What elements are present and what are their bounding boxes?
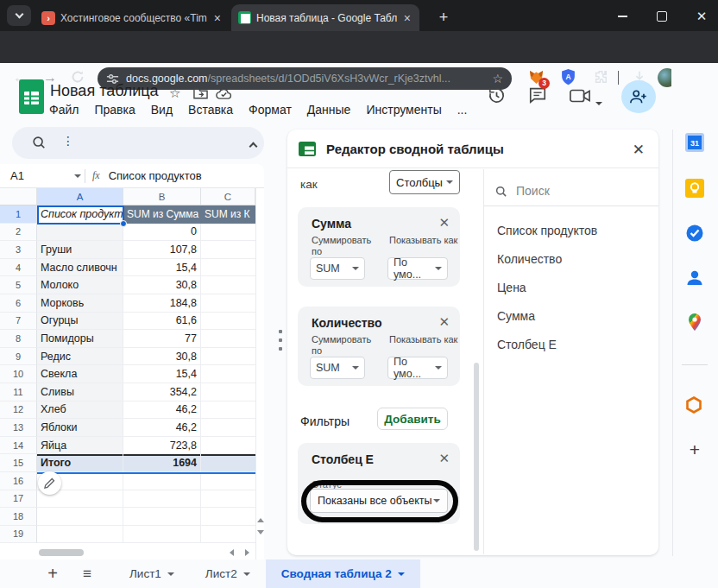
namebox-dropdown-icon[interactable] xyxy=(74,174,81,178)
new-tab-button[interactable]: + xyxy=(433,7,454,28)
cell-A6[interactable]: Морковь xyxy=(37,294,123,313)
get-addons-button[interactable]: + xyxy=(685,439,704,460)
cell-C4[interactable] xyxy=(201,259,255,277)
row-header-14[interactable]: 14 xyxy=(0,437,37,455)
row-header-11[interactable]: 11 xyxy=(0,383,37,401)
field-Цена[interactable]: Цена xyxy=(497,273,652,301)
cell-A15[interactable]: Итого xyxy=(37,454,123,472)
cell-C17[interactable] xyxy=(201,490,255,509)
extensions-puzzle-icon[interactable] xyxy=(593,69,608,85)
columns-select[interactable]: Столбцы xyxy=(389,170,460,194)
window-maximize-button[interactable] xyxy=(649,7,675,26)
contacts-icon[interactable] xyxy=(685,269,704,288)
fields-search[interactable]: Поиск xyxy=(494,181,646,200)
cell-A9[interactable]: Редис xyxy=(37,348,123,366)
cell-C12[interactable] xyxy=(201,401,255,420)
cell-C8[interactable] xyxy=(201,330,255,348)
cell-B17[interactable] xyxy=(123,490,201,509)
star-icon[interactable]: ☆ xyxy=(169,85,180,101)
cell-A14[interactable]: Яйца xyxy=(37,437,123,455)
field-Сумма[interactable]: Сумма xyxy=(497,301,652,330)
cell-C3[interactable] xyxy=(201,241,255,259)
row-header-9[interactable]: 9 xyxy=(0,348,37,366)
cell-A5[interactable]: Молоко xyxy=(37,276,123,294)
cell-B1[interactable]: SUM из Сумма xyxy=(123,205,201,224)
document-title[interactable]: Новая таблица xyxy=(50,82,159,100)
sheet-tab-dropdown-icon[interactable] xyxy=(167,572,174,576)
browser-tab-2-active[interactable]: Новая таблица - Google Табли × xyxy=(231,4,419,31)
add-filter-button[interactable]: Добавить xyxy=(377,408,448,430)
row-header-19[interactable]: 19 xyxy=(0,526,37,544)
cell-A7[interactable]: Огурцы xyxy=(37,313,123,331)
move-folder-icon[interactable] xyxy=(193,87,208,99)
cell-A13[interactable]: Яблоки xyxy=(37,419,123,437)
sheet-tab-dropdown-icon[interactable] xyxy=(398,572,405,576)
card-close-icon[interactable]: ✕ xyxy=(438,451,450,466)
formula-input[interactable]: Список продуктов xyxy=(109,169,202,182)
tab-close-icon[interactable]: × xyxy=(402,11,413,25)
cell-B13[interactable]: 46,2 xyxy=(123,419,201,437)
cell-C2[interactable] xyxy=(201,224,255,242)
row-header-16[interactable]: 16 xyxy=(0,472,37,490)
browser-tab-1[interactable]: › Хостинговое сообщество «Tim × xyxy=(35,4,230,31)
summarize-select[interactable]: SUM xyxy=(310,257,365,280)
all-sheets-icon[interactable]: ≡ xyxy=(76,566,98,583)
cell-B5[interactable]: 30,8 xyxy=(123,276,201,294)
maps-icon[interactable] xyxy=(685,313,704,332)
keep-icon[interactable] xyxy=(685,179,704,198)
scroll-up-arrow[interactable] xyxy=(257,518,264,522)
row-header-10[interactable]: 10 xyxy=(0,365,37,383)
bookmark-star-icon[interactable]: ☆ xyxy=(492,72,503,85)
cell-A18[interactable] xyxy=(37,508,123,526)
address-bar[interactable]: docs.google.com/spreadsheets/d/1ODd5iV6X… xyxy=(98,67,512,90)
cell-B2[interactable]: 0 xyxy=(123,224,201,242)
row-header-6[interactable]: 6 xyxy=(0,294,37,313)
row-header-2[interactable]: 2 xyxy=(0,224,37,242)
cell-B8[interactable]: 77 xyxy=(123,330,201,348)
meet-dropdown-icon[interactable] xyxy=(595,93,602,109)
cell-C1[interactable]: SUM из К xyxy=(201,205,255,224)
cell-C13[interactable] xyxy=(201,419,255,437)
row-header-12[interactable]: 12 xyxy=(0,401,37,420)
menu-...[interactable]: ... xyxy=(450,101,476,118)
field-Количество[interactable]: Количество xyxy=(497,244,652,273)
cell-A19[interactable] xyxy=(37,526,123,544)
column-header-C[interactable]: C xyxy=(201,188,255,205)
menu-Вид[interactable]: Вид xyxy=(143,101,180,118)
row-header-4[interactable]: 4 xyxy=(0,259,37,277)
extension-shield-icon[interactable]: A xyxy=(561,69,576,85)
cell-B3[interactable]: 107,8 xyxy=(123,241,201,259)
tasks-icon[interactable] xyxy=(685,224,704,243)
history-button[interactable] xyxy=(487,85,507,105)
field-Список продуктов[interactable]: Список продуктов xyxy=(497,216,652,244)
menu-Вставка[interactable]: Вставка xyxy=(180,101,241,118)
scroll-down-arrow[interactable] xyxy=(257,530,264,534)
toolbar-overflow-icon[interactable]: ⋮ xyxy=(62,134,74,148)
summarize-select[interactable]: SUM xyxy=(310,357,365,379)
cell-A11[interactable]: Сливы xyxy=(37,383,123,401)
row-header-17[interactable]: 17 xyxy=(0,490,37,509)
row-header-8[interactable]: 8 xyxy=(0,330,37,348)
tab-search-button[interactable] xyxy=(7,5,31,26)
cell-C10[interactable] xyxy=(201,365,255,383)
cell-C7[interactable] xyxy=(201,313,255,331)
column-header-A[interactable]: A xyxy=(37,188,123,205)
row-header-13[interactable]: 13 xyxy=(0,419,37,437)
menu-Правка[interactable]: Правка xyxy=(86,101,142,118)
field-Столбец E[interactable]: Столбец E xyxy=(497,330,652,358)
cell-A1[interactable]: Список продукт xyxy=(37,205,123,224)
cell-A12[interactable]: Хлеб xyxy=(37,401,123,420)
cell-B18[interactable] xyxy=(123,508,201,526)
name-box[interactable]: A1 xyxy=(0,169,74,182)
row-header-3[interactable]: 3 xyxy=(0,241,37,259)
tab-close-icon[interactable]: × xyxy=(212,11,223,25)
add-sheet-button[interactable]: + xyxy=(41,564,64,584)
card-close-icon[interactable]: ✕ xyxy=(438,314,450,330)
cell-A4[interactable]: Масло сливочн xyxy=(37,259,123,277)
cell-C15[interactable] xyxy=(201,454,255,472)
cell-C6[interactable] xyxy=(201,294,255,313)
cell-B4[interactable]: 15,4 xyxy=(123,259,201,277)
cell-A8[interactable]: Помидоры xyxy=(37,330,123,348)
cell-A3[interactable]: Груши xyxy=(37,241,123,259)
row-header-1[interactable]: 1 xyxy=(0,205,37,224)
